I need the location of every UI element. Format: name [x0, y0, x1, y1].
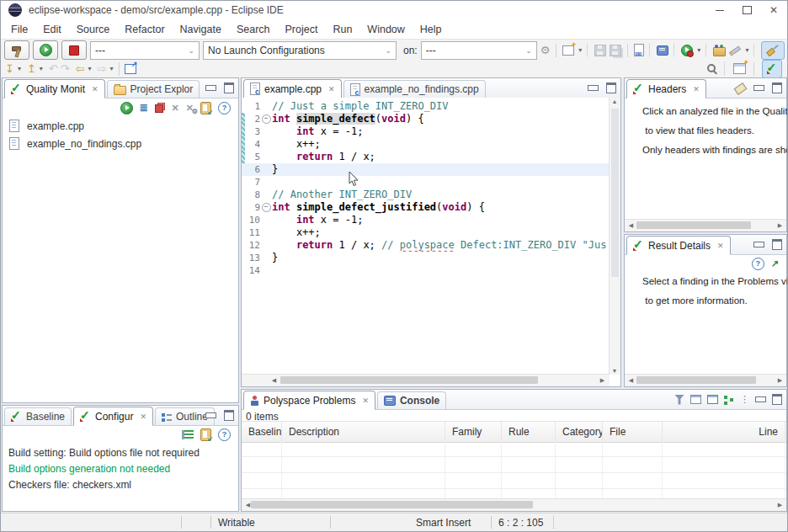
new-wizard-dropdown-arrow[interactable]: ▾ [578, 46, 582, 54]
build-config-combo[interactable]: --- ⌄ [90, 41, 200, 60]
launch-config-combo[interactable]: No Launch Configurations ⌄ [203, 41, 397, 60]
tab-result-details[interactable]: Result Details ✕ [626, 236, 731, 255]
maximize-panel-icon[interactable] [772, 394, 782, 405]
scroll-down-icon[interactable]: ▼ [610, 368, 620, 374]
minimize-panel-icon[interactable] [755, 396, 766, 402]
menu-project[interactable]: Project [278, 21, 326, 38]
pin-icon[interactable]: ↗ [771, 258, 779, 269]
next-annotation-dropdown-arrow[interactable]: ▾ [18, 65, 21, 72]
menu-edit[interactable]: Edit [35, 21, 69, 38]
sort-list-icon[interactable]: ≣ [140, 103, 148, 113]
column-header-category[interactable]: Category [556, 422, 603, 442]
menu-file[interactable]: File [3, 21, 35, 38]
back-icon[interactable]: ⇦ [76, 62, 85, 75]
view-menu-icon[interactable]: ⋮ [740, 395, 749, 404]
link-with-editor-icon[interactable] [125, 64, 136, 74]
file-list-item[interactable]: example_no_findings.cpp [3, 135, 238, 152]
result-horizontal-scrollbar[interactable]: ◀ ▶ [625, 374, 786, 386]
copy-view-icon[interactable] [690, 395, 701, 404]
fold-collapse-icon[interactable]: − [262, 114, 271, 124]
launch-target-combo[interactable]: --- ⌄ [421, 41, 537, 60]
scroll-up-icon[interactable]: ▲ [610, 98, 620, 104]
previous-annotation-icon[interactable]: ↥ [27, 62, 36, 75]
code-line[interactable]: 1// Just a simple INT_ZERO_DIV [242, 100, 610, 113]
code-line[interactable]: 8// Another INT_ZERO_DIV [242, 189, 610, 201]
external-tools-icon[interactable] [729, 45, 741, 56]
help-icon[interactable]: ? [218, 102, 231, 114]
menu-window[interactable]: Window [359, 21, 412, 38]
code-line[interactable]: 11 x++; [242, 226, 610, 239]
external-tools-dropdown-arrow[interactable]: ▾ [745, 46, 748, 54]
code-line[interactable]: 10 int x = -1; [242, 214, 610, 226]
open-perspective-icon[interactable] [733, 63, 746, 74]
delete-icon[interactable]: ✕ [172, 104, 179, 113]
polyspace-perspective-button[interactable] [762, 60, 782, 78]
next-annotation-icon[interactable]: ↧ [5, 62, 14, 75]
menu-search[interactable]: Search [229, 21, 278, 38]
maximize-panel-icon[interactable] [224, 410, 234, 421]
code-editor[interactable]: 1// Just a simple INT_ZERO_DIV2−int simp… [242, 98, 610, 375]
show-options-icon[interactable] [182, 430, 194, 439]
maximize-panel-icon[interactable] [772, 82, 782, 93]
close-icon[interactable]: ✕ [693, 85, 700, 93]
build-variables-icon[interactable] [634, 44, 644, 56]
headers-horizontal-scrollbar[interactable]: ◀ ▶ [625, 219, 786, 231]
fold-collapse-icon[interactable]: − [262, 203, 271, 212]
quality-tab-project-explor[interactable]: Project Explor [107, 80, 200, 98]
column-header-family[interactable]: Family [445, 422, 502, 442]
search-icon[interactable] [706, 63, 717, 74]
new-wizard-icon[interactable] [562, 45, 574, 56]
minimize-panel-icon[interactable] [205, 85, 216, 91]
run-last-launch-icon[interactable] [681, 45, 693, 56]
open-report-icon[interactable] [707, 395, 718, 404]
save-icon[interactable] [594, 45, 606, 56]
scrollbar-thumb[interactable] [251, 501, 533, 508]
problems-horizontal-scrollbar[interactable]: ◀ ▶ [242, 498, 786, 511]
scroll-right-icon[interactable]: ▶ [775, 220, 785, 231]
remove-results-icon[interactable] [155, 103, 165, 113]
minimize-panel-icon[interactable] [753, 242, 764, 247]
column-header-file[interactable]: File [603, 422, 663, 442]
editor-horizontal-scrollbar[interactable]: ◀ ▶ [242, 374, 610, 386]
scroll-right-icon[interactable]: ▶ [597, 375, 608, 386]
table-row[interactable] [242, 457, 786, 473]
last-edit-location-icon[interactable]: ↶ [49, 62, 58, 75]
config-tab-configur[interactable]: Configur✕ [73, 407, 153, 426]
minimize-button[interactable] [706, 1, 733, 20]
stop-button[interactable] [61, 40, 87, 60]
code-line[interactable]: 4 x++; [242, 138, 610, 151]
editor-vertical-scrollbar[interactable]: ▲ ▼ [609, 98, 620, 375]
menu-source[interactable]: Source [69, 21, 118, 38]
close-icon[interactable]: ✕ [140, 412, 146, 421]
code-line[interactable]: 13} [242, 252, 610, 264]
mark-occurrences-button[interactable] [761, 41, 785, 60]
back-dropdown-arrow[interactable]: ▾ [88, 65, 92, 72]
export-config-icon[interactable] [200, 428, 211, 441]
problems-tab-polyspace-problems[interactable]: Polyspace Problems✕ [243, 391, 375, 410]
scroll-left-icon[interactable]: ◀ [269, 375, 280, 386]
code-line[interactable]: 14 [242, 264, 610, 277]
help-icon[interactable]: ? [218, 428, 231, 441]
forward-icon[interactable]: ⇨ [98, 62, 107, 75]
scrollbar-thumb[interactable] [611, 109, 619, 277]
clear-icon[interactable] [734, 82, 748, 95]
column-header-description[interactable]: Description [282, 422, 445, 442]
close-icon[interactable]: ✕ [92, 85, 98, 93]
run-button[interactable] [33, 40, 58, 60]
code-line[interactable]: 9−int simple_defect_justified(void) { [242, 201, 610, 214]
forward-dropdown-arrow[interactable]: ▾ [109, 65, 113, 72]
close-button[interactable]: ✕ [760, 1, 787, 20]
scrollbar-thumb[interactable] [636, 376, 756, 384]
menu-navigate[interactable]: Navigate [173, 21, 229, 38]
minimize-panel-icon[interactable] [588, 85, 599, 91]
column-header-rule[interactable]: Rule [502, 422, 556, 442]
column-header-baseline[interactable]: Baseline [242, 422, 282, 442]
scroll-right-icon[interactable]: ▶ [775, 375, 785, 386]
target-settings-gear-icon[interactable]: ⚙ [540, 45, 551, 56]
menu-refactor[interactable]: Refactor [117, 21, 172, 38]
code-line[interactable]: 12 return 1 / x; // polyspace Defect:INT… [242, 239, 610, 252]
code-line[interactable]: 3 int x = -1; [242, 125, 610, 138]
editor-tab-example-no-findings-cpp[interactable]: example_no_findings.cpp [343, 80, 486, 98]
minimize-panel-icon[interactable] [205, 412, 216, 418]
previous-annotation-dropdown-arrow[interactable]: ▾ [40, 65, 43, 72]
